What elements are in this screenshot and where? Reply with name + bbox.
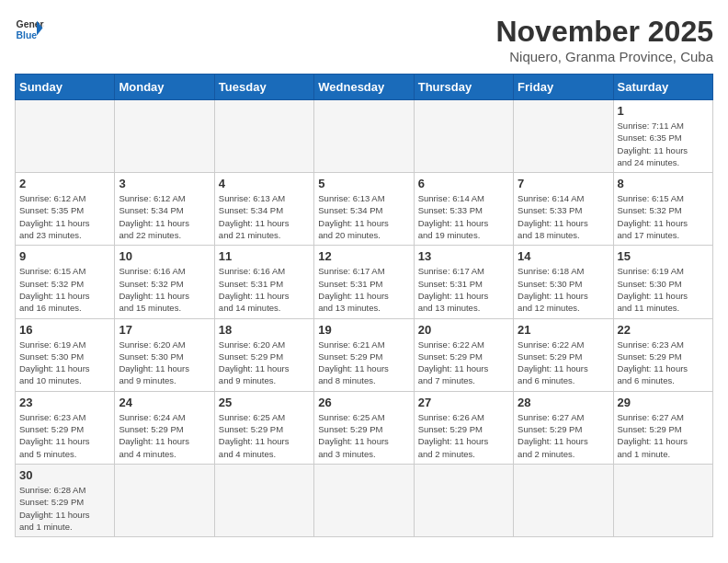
weekday-header-friday: Friday <box>514 75 613 100</box>
day-number: 19 <box>318 323 409 337</box>
day-info: Sunrise: 6:23 AM Sunset: 5:29 PM Dayligh… <box>618 339 709 387</box>
day-number: 29 <box>618 396 709 409</box>
day-number: 18 <box>219 323 310 337</box>
day-cell: 11Sunrise: 6:16 AM Sunset: 5:31 PM Dayli… <box>214 246 313 318</box>
day-cell <box>115 100 214 173</box>
day-number: 13 <box>418 249 509 263</box>
day-cell: 24Sunrise: 6:24 AM Sunset: 5:29 PM Dayli… <box>115 391 214 464</box>
day-info: Sunrise: 6:13 AM Sunset: 5:34 PM Dayligh… <box>219 192 310 241</box>
day-number: 25 <box>219 396 310 409</box>
day-cell: 28Sunrise: 6:27 AM Sunset: 5:29 PM Dayli… <box>514 391 613 464</box>
day-cell: 30Sunrise: 6:28 AM Sunset: 5:29 PM Dayli… <box>16 464 115 536</box>
logo-icon: General Blue <box>15 15 44 44</box>
day-cell: 13Sunrise: 6:17 AM Sunset: 5:31 PM Dayli… <box>414 246 513 318</box>
day-number: 9 <box>19 249 110 263</box>
day-cell: 14Sunrise: 6:18 AM Sunset: 5:30 PM Dayli… <box>514 246 613 318</box>
day-info: Sunrise: 6:25 AM Sunset: 5:29 PM Dayligh… <box>219 411 310 460</box>
day-number: 8 <box>618 177 709 190</box>
day-number: 11 <box>219 249 310 263</box>
location: Niquero, Granma Province, Cuba <box>495 49 713 64</box>
day-cell: 21Sunrise: 6:22 AM Sunset: 5:29 PM Dayli… <box>514 318 613 391</box>
day-cell: 29Sunrise: 6:27 AM Sunset: 5:29 PM Dayli… <box>613 391 712 464</box>
day-number: 7 <box>518 177 609 190</box>
page-header: General Blue November 2025 Niquero, Gran… <box>15 15 713 64</box>
day-info: Sunrise: 6:27 AM Sunset: 5:29 PM Dayligh… <box>518 411 609 460</box>
day-cell <box>414 100 513 173</box>
day-cell: 19Sunrise: 6:21 AM Sunset: 5:29 PM Dayli… <box>314 318 414 391</box>
calendar-table: SundayMondayTuesdayWednesdayThursdayFrid… <box>15 74 713 537</box>
week-row-6: 30Sunrise: 6:28 AM Sunset: 5:29 PM Dayli… <box>16 464 713 536</box>
day-info: Sunrise: 6:20 AM Sunset: 5:29 PM Dayligh… <box>219 339 310 387</box>
weekday-header-thursday: Thursday <box>414 75 513 100</box>
day-cell <box>314 100 414 173</box>
day-info: Sunrise: 6:25 AM Sunset: 5:29 PM Dayligh… <box>318 411 409 460</box>
week-row-4: 16Sunrise: 6:19 AM Sunset: 5:30 PM Dayli… <box>16 318 713 391</box>
day-info: Sunrise: 6:22 AM Sunset: 5:29 PM Dayligh… <box>518 339 609 387</box>
day-number: 28 <box>518 396 609 409</box>
day-cell: 23Sunrise: 6:23 AM Sunset: 5:29 PM Dayli… <box>16 391 115 464</box>
day-info: Sunrise: 6:18 AM Sunset: 5:30 PM Dayligh… <box>518 265 609 314</box>
day-number: 21 <box>518 323 609 337</box>
svg-text:Blue: Blue <box>17 30 38 40</box>
day-number: 23 <box>19 396 110 409</box>
day-info: Sunrise: 6:26 AM Sunset: 5:29 PM Dayligh… <box>418 411 509 460</box>
day-number: 27 <box>418 396 509 409</box>
day-cell: 1Sunrise: 7:11 AM Sunset: 6:35 PM Daylig… <box>613 100 712 173</box>
day-cell <box>314 464 414 536</box>
day-info: Sunrise: 7:11 AM Sunset: 6:35 PM Dayligh… <box>618 120 709 168</box>
weekday-header-sunday: Sunday <box>16 75 115 100</box>
week-row-5: 23Sunrise: 6:23 AM Sunset: 5:29 PM Dayli… <box>16 391 713 464</box>
day-info: Sunrise: 6:12 AM Sunset: 5:34 PM Dayligh… <box>119 192 210 241</box>
day-info: Sunrise: 6:15 AM Sunset: 5:32 PM Dayligh… <box>19 265 110 314</box>
day-cell: 20Sunrise: 6:22 AM Sunset: 5:29 PM Dayli… <box>414 318 513 391</box>
week-row-3: 9Sunrise: 6:15 AM Sunset: 5:32 PM Daylig… <box>16 246 713 318</box>
day-cell: 5Sunrise: 6:13 AM Sunset: 5:34 PM Daylig… <box>314 173 414 246</box>
week-row-2: 2Sunrise: 6:12 AM Sunset: 5:35 PM Daylig… <box>16 173 713 246</box>
day-cell <box>514 464 613 536</box>
month-title: November 2025 <box>495 15 713 49</box>
day-cell <box>115 464 214 536</box>
day-number: 14 <box>518 249 609 263</box>
day-info: Sunrise: 6:16 AM Sunset: 5:32 PM Dayligh… <box>119 265 210 314</box>
logo: General Blue <box>15 15 44 44</box>
day-info: Sunrise: 6:14 AM Sunset: 5:33 PM Dayligh… <box>418 192 509 241</box>
day-cell <box>613 464 712 536</box>
day-number: 5 <box>318 177 409 190</box>
day-info: Sunrise: 6:19 AM Sunset: 5:30 PM Dayligh… <box>19 339 110 387</box>
day-info: Sunrise: 6:15 AM Sunset: 5:32 PM Dayligh… <box>618 192 709 241</box>
day-cell: 3Sunrise: 6:12 AM Sunset: 5:34 PM Daylig… <box>115 173 214 246</box>
weekday-header-row: SundayMondayTuesdayWednesdayThursdayFrid… <box>16 75 713 100</box>
day-cell: 6Sunrise: 6:14 AM Sunset: 5:33 PM Daylig… <box>414 173 513 246</box>
day-info: Sunrise: 6:23 AM Sunset: 5:29 PM Dayligh… <box>19 411 110 460</box>
day-number: 17 <box>119 323 210 337</box>
day-cell: 10Sunrise: 6:16 AM Sunset: 5:32 PM Dayli… <box>115 246 214 318</box>
day-number: 16 <box>19 323 110 337</box>
day-number: 10 <box>119 249 210 263</box>
day-info: Sunrise: 6:19 AM Sunset: 5:30 PM Dayligh… <box>618 265 709 314</box>
day-cell <box>514 100 613 173</box>
day-info: Sunrise: 6:21 AM Sunset: 5:29 PM Dayligh… <box>318 339 409 387</box>
day-cell: 9Sunrise: 6:15 AM Sunset: 5:32 PM Daylig… <box>16 246 115 318</box>
title-area: November 2025 Niquero, Granma Province, … <box>495 15 713 64</box>
day-cell: 12Sunrise: 6:17 AM Sunset: 5:31 PM Dayli… <box>314 246 414 318</box>
day-cell: 7Sunrise: 6:14 AM Sunset: 5:33 PM Daylig… <box>514 173 613 246</box>
day-cell: 22Sunrise: 6:23 AM Sunset: 5:29 PM Dayli… <box>613 318 712 391</box>
weekday-header-wednesday: Wednesday <box>314 75 414 100</box>
weekday-header-saturday: Saturday <box>613 75 712 100</box>
day-number: 6 <box>418 177 509 190</box>
day-cell: 27Sunrise: 6:26 AM Sunset: 5:29 PM Dayli… <box>414 391 513 464</box>
day-cell: 8Sunrise: 6:15 AM Sunset: 5:32 PM Daylig… <box>613 173 712 246</box>
day-number: 30 <box>19 468 110 482</box>
week-row-1: 1Sunrise: 7:11 AM Sunset: 6:35 PM Daylig… <box>16 100 713 173</box>
day-number: 20 <box>418 323 509 337</box>
weekday-header-tuesday: Tuesday <box>214 75 313 100</box>
weekday-header-monday: Monday <box>115 75 214 100</box>
day-cell: 18Sunrise: 6:20 AM Sunset: 5:29 PM Dayli… <box>214 318 313 391</box>
day-info: Sunrise: 6:28 AM Sunset: 5:29 PM Dayligh… <box>19 484 110 533</box>
day-info: Sunrise: 6:14 AM Sunset: 5:33 PM Dayligh… <box>518 192 609 241</box>
day-info: Sunrise: 6:12 AM Sunset: 5:35 PM Dayligh… <box>19 192 110 241</box>
day-number: 1 <box>618 104 709 118</box>
day-cell <box>414 464 513 536</box>
day-cell: 26Sunrise: 6:25 AM Sunset: 5:29 PM Dayli… <box>314 391 414 464</box>
day-info: Sunrise: 6:22 AM Sunset: 5:29 PM Dayligh… <box>418 339 509 387</box>
